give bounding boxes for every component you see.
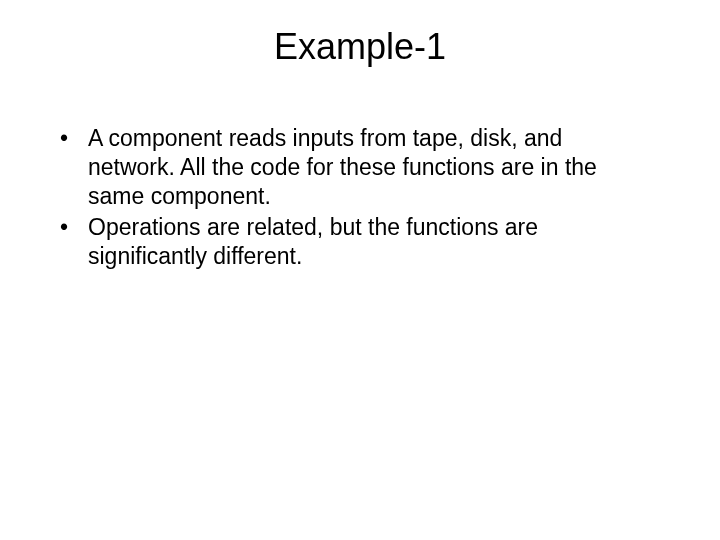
bullet-list: A component reads inputs from tape, disk…	[30, 124, 690, 271]
bullet-item: A component reads inputs from tape, disk…	[60, 124, 630, 210]
bullet-item: Operations are related, but the function…	[60, 213, 630, 271]
slide-title: Example-1	[30, 26, 690, 68]
slide-container: Example-1 A component reads inputs from …	[0, 0, 720, 540]
